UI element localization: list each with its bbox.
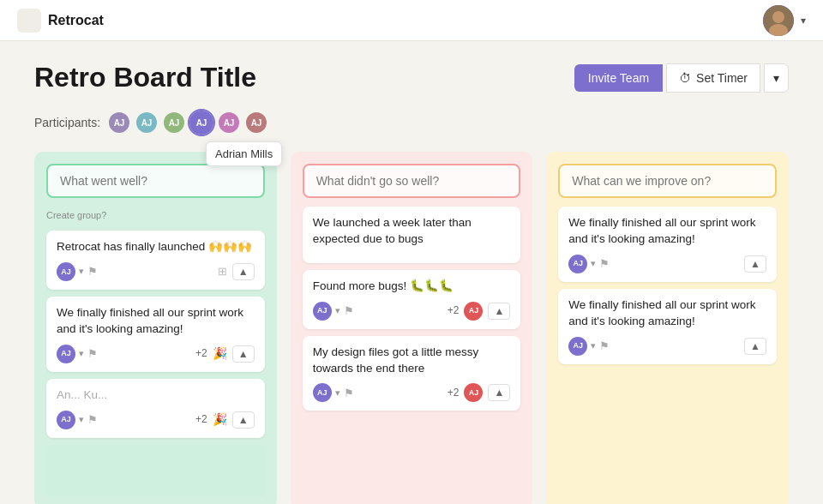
card-text: An... Ku... — [57, 387, 255, 404]
participant-avatars: AJ AJ AJ AJ AJ AJ — [107, 111, 268, 135]
svg-point-3 — [772, 11, 784, 23]
card-footer-left: AJ ▾ ⚑ — [313, 302, 354, 321]
card-expand-button[interactable]: ▾ — [335, 387, 340, 399]
card-expand-button[interactable]: ▾ — [335, 305, 340, 316]
card-footer: AJ ▾ ⚑ ▲ — [568, 337, 766, 356]
card-flag-button[interactable]: ⚑ — [599, 339, 610, 352]
vote-emoji: 🎉 — [213, 345, 227, 363]
participant-avatar-highlighted[interactable]: AJ — [189, 111, 213, 135]
card-footer-right: +2 🎉 ▲ — [195, 411, 255, 429]
brand-name: Retrocat — [48, 13, 104, 28]
user-avatar[interactable] — [763, 5, 794, 36]
card-expand-button[interactable]: ▾ — [79, 414, 84, 425]
card-footer-right: ▲ — [744, 255, 766, 273]
card-footer: AJ ▾ ⚑ +2 🎉 ▲ — [57, 345, 255, 363]
participants-label: Participants: — [34, 116, 100, 129]
timer-label: Set Timer — [696, 71, 748, 85]
participant-avatar[interactable]: AJ — [107, 111, 131, 135]
card-footer: AJ ▾ ⚑ +2 AJ ▲ — [313, 302, 511, 321]
card-expand-button[interactable]: ▾ — [591, 258, 596, 269]
card-footer: AJ ▾ ⚑ +2 AJ ▲ — [313, 383, 511, 402]
card: We finally finished all our sprint work … — [558, 289, 777, 364]
card-footer-right: +2 AJ ▲ — [448, 383, 511, 402]
card-author-avatar: AJ — [313, 302, 332, 321]
participant-avatar[interactable]: AJ — [217, 111, 241, 135]
participant-avatar[interactable]: AJ — [162, 111, 186, 135]
card-text: We finally finished all our sprint work … — [568, 297, 766, 330]
card-text: Retrocat has finally launched 🙌🙌🙌 — [57, 239, 255, 255]
card-footer-left: AJ ▾ ⚑ — [57, 411, 98, 429]
card-footer: AJ ▾ ⚑ +2 🎉 ▲ — [57, 411, 255, 429]
card-upvote-button[interactable]: ▲ — [232, 345, 255, 363]
card-upvote-button[interactable]: ▲ — [488, 384, 510, 401]
board-title: Retro Board Title — [34, 62, 256, 93]
card-author-avatar: AJ — [57, 345, 75, 363]
nav-right: ▾ — [763, 5, 806, 36]
card-expand-button[interactable]: ▾ — [79, 266, 84, 277]
card-footer-right: ⊞ ▲ — [218, 263, 255, 280]
card-upvote-button[interactable]: ▲ — [232, 263, 255, 280]
card: An... Ku... AJ ▾ ⚑ +2 🎉 ▲ — [46, 379, 265, 438]
card-flag-button[interactable]: ⚑ — [344, 304, 354, 317]
card-upvote-button[interactable]: ▲ — [744, 338, 766, 355]
card-upvote-button[interactable]: ▲ — [488, 303, 510, 320]
card: We finally finished all our sprint work … — [46, 297, 265, 372]
column-improve: We finally finished all our sprint work … — [546, 152, 789, 504]
card-text: We finally finished all our sprint work … — [568, 215, 766, 248]
card: My design files got a little messy towar… — [303, 336, 521, 411]
card-text: We finally finished all our sprint work … — [57, 305, 255, 338]
card-author-avatar: AJ — [57, 262, 75, 281]
card-footer-right: +2 🎉 ▲ — [195, 345, 255, 363]
card-footer-left: AJ ▾ ⚑ — [313, 383, 354, 402]
card-flag-button[interactable]: ⚑ — [344, 387, 354, 399]
board-header: Retro Board Title Invite Team ⏱ Set Time… — [34, 62, 789, 93]
card-author-avatar: AJ — [313, 383, 332, 402]
card-footer: AJ ▾ ⚑ ▲ — [568, 255, 766, 273]
card-footer-left: AJ ▾ ⚑ — [568, 337, 610, 356]
card-author-avatar: AJ — [568, 337, 587, 356]
card-upvote-button[interactable]: ▲ — [232, 411, 255, 429]
improve-input[interactable] — [558, 164, 777, 198]
vote-count: +2 — [195, 346, 207, 361]
card-flag-button[interactable]: ⚑ — [87, 347, 98, 360]
card-footer-right: +2 AJ ▲ — [448, 302, 511, 321]
card-text: We launched a week later than expected d… — [313, 215, 511, 248]
card-expand-button[interactable]: ▾ — [591, 340, 596, 351]
card-footer-left: AJ ▾ ⚑ — [57, 345, 98, 363]
column-didnt-go-well: We launched a week later than expected d… — [291, 152, 533, 504]
card: We launched a week later than expected d… — [303, 207, 521, 263]
invite-team-button[interactable]: Invite Team — [574, 64, 663, 92]
card-text: Found more bugs! 🐛🐛🐛 — [313, 279, 511, 295]
participant-avatar[interactable]: AJ — [244, 111, 268, 135]
group-icon: ⊞ — [218, 264, 227, 279]
card-author-avatar: AJ — [568, 255, 587, 273]
participants-row: Participants: AJ AJ AJ AJ AJ AJ Adrian M… — [34, 111, 789, 135]
card-expand-button[interactable]: ▾ — [79, 348, 84, 359]
went-well-input[interactable] — [46, 164, 265, 198]
more-options-button[interactable]: ▾ — [764, 63, 789, 93]
card-flag-button[interactable]: ⚑ — [87, 265, 98, 278]
card: Retrocat has finally launched 🙌🙌🙌 AJ ▾ ⚑… — [46, 231, 265, 290]
add-card-area[interactable] — [46, 445, 265, 496]
card-footer-right: ▲ — [744, 338, 766, 355]
column-went-well: Create group? Retrocat has finally launc… — [34, 152, 277, 504]
card-upvote-button[interactable]: ▲ — [744, 255, 766, 273]
participant-avatar[interactable]: AJ — [135, 111, 159, 135]
vote-avatar: AJ — [464, 302, 483, 321]
participant-tooltip: Adrian Mills — [206, 141, 282, 166]
card: We finally finished all our sprint work … — [558, 207, 777, 282]
didnt-go-well-input[interactable] — [303, 164, 521, 198]
brand-logo: 🐱 — [17, 9, 41, 33]
user-avatar-img — [763, 5, 794, 36]
user-menu-chevron[interactable]: ▾ — [801, 15, 806, 27]
set-timer-button[interactable]: ⏱ Set Timer — [666, 63, 760, 93]
page-content: Retro Board Title Invite Team ⏱ Set Time… — [0, 41, 823, 504]
timer-icon: ⏱ — [679, 71, 691, 85]
board-actions: Invite Team ⏱ Set Timer ▾ — [574, 63, 789, 93]
card-footer-left: AJ ▾ ⚑ — [57, 262, 98, 281]
card-flag-button[interactable]: ⚑ — [87, 413, 98, 426]
vote-emoji: 🎉 — [213, 411, 227, 429]
card-author-avatar: AJ — [57, 411, 75, 429]
card-flag-button[interactable]: ⚑ — [599, 257, 610, 270]
card-footer: AJ ▾ ⚑ ⊞ ▲ — [57, 262, 255, 281]
